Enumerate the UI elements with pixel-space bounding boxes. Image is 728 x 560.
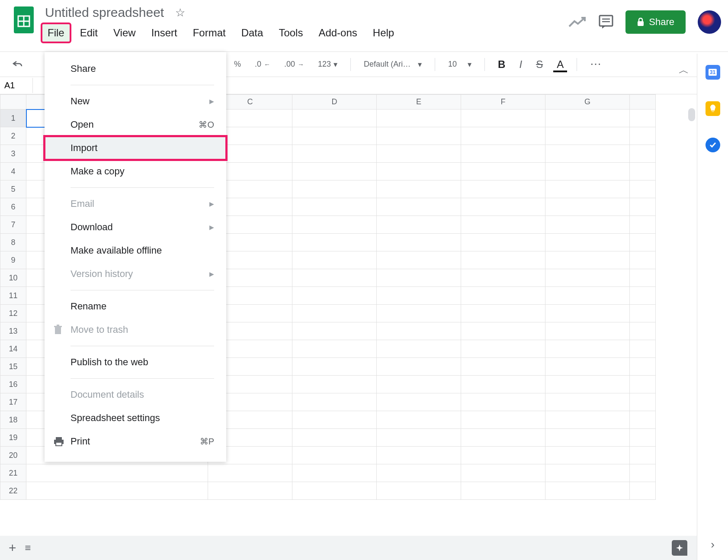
cell[interactable] — [292, 251, 377, 269]
cell[interactable] — [292, 376, 377, 393]
bold-button[interactable]: B — [494, 57, 509, 72]
trend-icon[interactable] — [568, 16, 587, 28]
all-sheets-button[interactable]: ≡ — [25, 542, 31, 554]
decrease-decimal-button[interactable]: .0← — [251, 58, 274, 71]
strikethrough-button[interactable]: S — [532, 57, 546, 72]
cell[interactable] — [461, 305, 545, 322]
column-header-D[interactable]: D — [292, 95, 377, 109]
cell[interactable] — [545, 163, 630, 180]
cell[interactable] — [292, 198, 377, 216]
row-header-4[interactable]: 4 — [0, 163, 26, 180]
cell[interactable] — [377, 340, 461, 358]
row-header-2[interactable]: 2 — [0, 127, 26, 145]
cell[interactable] — [377, 429, 461, 447]
cell[interactable] — [292, 127, 377, 145]
name-box[interactable]: A1 — [0, 78, 33, 93]
row-header-6[interactable]: 6 — [0, 198, 26, 216]
menu-tools[interactable]: Tools — [273, 23, 309, 42]
star-icon[interactable]: ☆ — [175, 6, 185, 19]
cell[interactable] — [630, 340, 656, 358]
cell[interactable] — [630, 198, 656, 216]
cell[interactable] — [461, 127, 545, 145]
cell[interactable] — [545, 145, 630, 163]
cell[interactable] — [630, 216, 656, 234]
cell[interactable] — [545, 447, 630, 464]
increase-decimal-button[interactable]: .00→ — [281, 58, 308, 71]
cell[interactable] — [292, 429, 377, 447]
cell[interactable] — [377, 180, 461, 198]
menu-edit[interactable]: Edit — [74, 23, 104, 42]
cell[interactable] — [630, 322, 656, 340]
cell[interactable] — [545, 376, 630, 393]
cell[interactable] — [630, 411, 656, 429]
row-header-1[interactable]: 1 — [0, 109, 26, 127]
cell[interactable] — [377, 234, 461, 251]
cell[interactable] — [630, 482, 656, 500]
cell[interactable] — [461, 447, 545, 464]
share-button[interactable]: Share — [625, 10, 686, 34]
cell[interactable] — [461, 109, 545, 127]
cell[interactable] — [461, 340, 545, 358]
menu-item-print[interactable]: Print⌘P — [45, 430, 226, 453]
cell[interactable] — [461, 198, 545, 216]
cell[interactable] — [208, 482, 292, 500]
menu-item-rename[interactable]: Rename — [45, 295, 226, 318]
row-header-14[interactable]: 14 — [0, 340, 26, 358]
cell[interactable] — [461, 411, 545, 429]
cell[interactable] — [292, 305, 377, 322]
vertical-scrollbar[interactable] — [688, 108, 695, 121]
cell[interactable] — [461, 393, 545, 411]
cell[interactable] — [545, 180, 630, 198]
cell[interactable] — [377, 464, 461, 482]
cell[interactable] — [630, 464, 656, 482]
cell[interactable] — [292, 109, 377, 127]
cell[interactable] — [461, 287, 545, 305]
row-header-12[interactable]: 12 — [0, 305, 26, 322]
cell[interactable] — [292, 358, 377, 376]
cell[interactable] — [630, 429, 656, 447]
cell[interactable] — [292, 216, 377, 234]
cell[interactable] — [461, 482, 545, 500]
cell[interactable] — [377, 127, 461, 145]
cell[interactable] — [545, 393, 630, 411]
cell[interactable] — [545, 251, 630, 269]
menu-item-spreadsheet-settings[interactable]: Spreadsheet settings — [45, 406, 226, 430]
cell[interactable] — [292, 393, 377, 411]
cell[interactable] — [545, 358, 630, 376]
cell[interactable] — [377, 163, 461, 180]
menu-item-open[interactable]: Open⌘O — [45, 113, 226, 136]
cell[interactable] — [377, 482, 461, 500]
cell[interactable] — [545, 322, 630, 340]
cell[interactable] — [292, 269, 377, 287]
row-header-17[interactable]: 17 — [0, 393, 26, 411]
cell[interactable] — [545, 234, 630, 251]
cell[interactable] — [630, 376, 656, 393]
cell[interactable] — [630, 145, 656, 163]
row-header-19[interactable]: 19 — [0, 429, 26, 447]
cell[interactable] — [292, 322, 377, 340]
cell[interactable] — [377, 216, 461, 234]
menu-item-share[interactable]: Share — [45, 57, 226, 80]
sheets-logo-icon[interactable] — [12, 4, 35, 35]
row-header-13[interactable]: 13 — [0, 322, 26, 340]
cell[interactable] — [630, 127, 656, 145]
cell[interactable] — [292, 411, 377, 429]
column-header-G[interactable]: G — [545, 95, 630, 109]
cell[interactable] — [545, 482, 630, 500]
calendar-icon[interactable] — [706, 65, 720, 80]
side-panel-toggle-icon[interactable]: › — [711, 538, 715, 551]
more-tools-button[interactable]: ⋯ — [587, 56, 606, 73]
add-sheet-button[interactable]: + — [9, 541, 16, 555]
cell[interactable] — [630, 305, 656, 322]
cell[interactable] — [292, 234, 377, 251]
menu-view[interactable]: View — [107, 23, 142, 42]
cell[interactable] — [545, 411, 630, 429]
cell[interactable] — [630, 447, 656, 464]
cell[interactable] — [545, 287, 630, 305]
account-avatar[interactable] — [698, 10, 721, 34]
cell[interactable] — [377, 322, 461, 340]
menu-item-make-available-offline[interactable]: Make available offline — [45, 239, 226, 262]
cell[interactable] — [377, 447, 461, 464]
cell[interactable] — [377, 198, 461, 216]
cell[interactable] — [545, 216, 630, 234]
